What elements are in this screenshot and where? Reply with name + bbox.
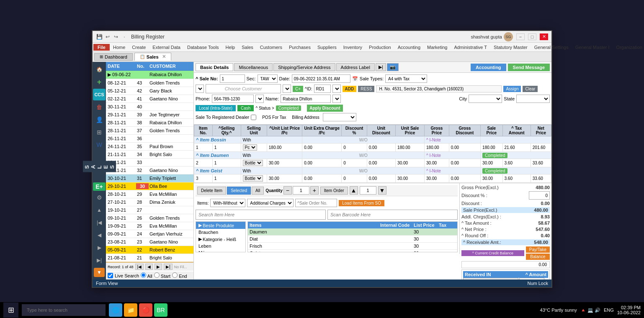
billing-address-select[interactable] bbox=[323, 113, 356, 121]
calendar-icon[interactable]: 📅 bbox=[352, 76, 358, 82]
filter-btn[interactable]: ▼ bbox=[94, 268, 105, 277]
home-menu[interactable]: Home bbox=[110, 44, 129, 51]
discount-pct-input[interactable] bbox=[529, 191, 550, 200]
order-up-btn[interactable]: ▲ bbox=[350, 186, 358, 195]
apply-discount-btn[interactable]: Apply Discount bbox=[307, 105, 343, 112]
nav-next-btn[interactable]: ▶ bbox=[93, 242, 105, 254]
taskbar-app-billing[interactable]: BR bbox=[154, 303, 167, 317]
taskbar-search-input[interactable] bbox=[22, 304, 106, 316]
person-sidebar-btn[interactable]: 👤 bbox=[93, 114, 105, 126]
inventory-menu[interactable]: Inventory bbox=[340, 44, 366, 51]
pay-take-btn[interactable]: Pay/Take bbox=[526, 246, 550, 253]
assign-button[interactable]: Assign bbox=[503, 86, 521, 92]
list-item[interactable]: 30-10-21 31 Emily Triplett bbox=[106, 174, 193, 182]
list-item[interactable]: 29-10-21 30 Olla Bee bbox=[106, 182, 193, 190]
list-item[interactable]: 05-09-21 22 Robert Benz bbox=[106, 246, 193, 254]
nav-first-btn[interactable]: |◀ bbox=[93, 217, 105, 228]
settings-sidebar-btn[interactable]: ⚙ bbox=[93, 192, 105, 203]
list-item[interactable]: 21-08-21 21 Bright Salo bbox=[106, 254, 193, 262]
marketing-menu[interactable]: Marketing bbox=[424, 44, 451, 51]
phone-select[interactable] bbox=[255, 95, 264, 103]
list-item[interactable]: 29-11-21 39 Joe Tegtmeyer bbox=[106, 111, 193, 119]
add-button[interactable]: ADD bbox=[343, 86, 357, 92]
customer-dropdown[interactable] bbox=[283, 85, 291, 93]
eplus-btn[interactable]: E+ bbox=[93, 182, 106, 191]
category-item[interactable]: Leben bbox=[196, 243, 245, 249]
order-down-btn[interactable]: ▼ bbox=[378, 186, 386, 195]
minimize-button[interactable]: − bbox=[516, 33, 525, 40]
nav-up-btn[interactable]: ▲ bbox=[93, 204, 105, 216]
phone-input[interactable] bbox=[212, 95, 254, 103]
taskbar-app-chrome[interactable]: 🔴 bbox=[139, 303, 152, 317]
cash-amount-input[interactable] bbox=[519, 278, 544, 280]
customer-type-select[interactable] bbox=[196, 85, 204, 93]
name-select[interactable] bbox=[332, 95, 341, 103]
all-radio[interactable] bbox=[141, 272, 146, 278]
general-settings-menu[interactable]: General Settings bbox=[531, 44, 572, 51]
create-menu[interactable]: Create bbox=[129, 44, 149, 51]
c-plus-button[interactable]: C+ bbox=[293, 86, 303, 92]
additional-charges-select[interactable]: Additional Charges bbox=[247, 199, 294, 207]
maximize-button[interactable]: □ bbox=[528, 33, 536, 40]
nav-last-btn[interactable]: ▶| bbox=[93, 254, 105, 266]
save-icon[interactable]: 💾 bbox=[96, 33, 103, 40]
start-radio[interactable] bbox=[154, 272, 160, 278]
accounting-menu[interactable]: Accounting bbox=[394, 44, 424, 51]
customers-menu[interactable]: Customers bbox=[257, 44, 286, 51]
database-tools-menu[interactable]: Database Tools bbox=[184, 44, 222, 51]
clear-button[interactable]: Clear bbox=[523, 86, 538, 92]
suppliers-menu[interactable]: Suppliers bbox=[314, 44, 340, 51]
rd-input[interactable] bbox=[314, 85, 331, 93]
list-item[interactable]: 02-12-21 41 Gaetano Nino bbox=[106, 95, 193, 103]
category-item[interactable]: Männer bbox=[196, 249, 245, 252]
city-select[interactable] bbox=[469, 95, 502, 103]
address-label-tab[interactable]: Address Label bbox=[336, 63, 375, 71]
table-row[interactable]: 1 1 Pc 180.00 0.00 0 0.00 180.00 180.00 … bbox=[194, 144, 551, 152]
sales-menu[interactable]: Sales bbox=[238, 44, 257, 51]
sec-select[interactable]: TAW bbox=[258, 74, 278, 83]
list-item[interactable]: Geist 30 bbox=[248, 250, 457, 252]
end-radio[interactable] bbox=[172, 272, 178, 278]
statutory-menu[interactable]: Statutory Master bbox=[490, 44, 531, 51]
list-item[interactable]: 28-10-21 29 Eva McMillan bbox=[106, 190, 193, 198]
list-item[interactable]: 30-11-21 40 bbox=[106, 103, 193, 111]
list-item[interactable]: 05-12-21 42 Gary Black bbox=[106, 87, 193, 95]
qty-plus-btn[interactable]: + bbox=[310, 186, 319, 195]
nav-arrow-btn[interactable]: ▶| bbox=[376, 63, 386, 71]
list-item[interactable]: 10-11-21 32 Gaetano Nino bbox=[106, 167, 193, 174]
list-item[interactable]: 21-11-21 34 Bright Salo bbox=[106, 151, 193, 159]
scan-barcode-input[interactable] bbox=[327, 210, 458, 220]
list-item[interactable]: Daumen 30 bbox=[248, 228, 457, 236]
accounting-button[interactable]: Accounting bbox=[471, 64, 506, 71]
item-order-button[interactable]: Item Order bbox=[320, 187, 348, 195]
payment-method-select[interactable]: Cash bbox=[463, 278, 518, 280]
list-item[interactable]: 27-10-21 28 Dima Zeniuk bbox=[106, 198, 193, 206]
nav-last-record[interactable]: ▶| bbox=[164, 264, 173, 270]
sale-to-dealer-checkbox[interactable] bbox=[251, 115, 256, 120]
quantity-input[interactable] bbox=[293, 186, 309, 195]
sales-tab-close[interactable]: ✕ bbox=[162, 54, 166, 59]
list-item[interactable]: 08-12-21 43 Golden Trends bbox=[106, 79, 193, 87]
selected-button[interactable]: Selected bbox=[227, 187, 251, 195]
basic-details-tab[interactable]: Basic Details bbox=[196, 63, 233, 71]
state-select[interactable] bbox=[516, 95, 550, 103]
add-sidebar-btn[interactable]: + bbox=[93, 76, 105, 88]
file-menu[interactable]: File bbox=[93, 44, 110, 51]
sale-no-input[interactable] bbox=[220, 74, 245, 83]
category-item[interactable]: Brauchen bbox=[196, 229, 245, 236]
send-message-button[interactable]: Send Message bbox=[508, 64, 550, 71]
rd-select[interactable] bbox=[332, 85, 341, 93]
qty-minus-btn[interactable]: − bbox=[283, 186, 292, 195]
external-data-menu[interactable]: External Data bbox=[149, 44, 184, 51]
miscellaneous-tab[interactable]: Miscellaneous bbox=[234, 63, 273, 71]
list-item[interactable]: 09-09-21 24 Gertjan Vierhuiz bbox=[106, 230, 193, 238]
list-item[interactable]: 19-10-21 27 bbox=[106, 206, 193, 214]
taskbar-app-edge[interactable]: 🌐 bbox=[109, 303, 122, 317]
table-row[interactable]: 3 1 Bottle 30.00 0.00 0 0.00 30.00 30.00… bbox=[194, 174, 551, 183]
ccs-btn[interactable]: CCS bbox=[93, 89, 106, 100]
list-item[interactable]: 28-11-21 38 Rabaica Dhillon bbox=[106, 119, 193, 127]
shipping-tab[interactable]: Shipping/Service Address bbox=[273, 63, 335, 71]
more-icon[interactable]: · bbox=[121, 33, 128, 40]
list-item[interactable]: 09-10-21 26 Golden Trends bbox=[106, 214, 193, 222]
sales-tab[interactable]: 📋 Sales ✕ bbox=[134, 53, 171, 61]
